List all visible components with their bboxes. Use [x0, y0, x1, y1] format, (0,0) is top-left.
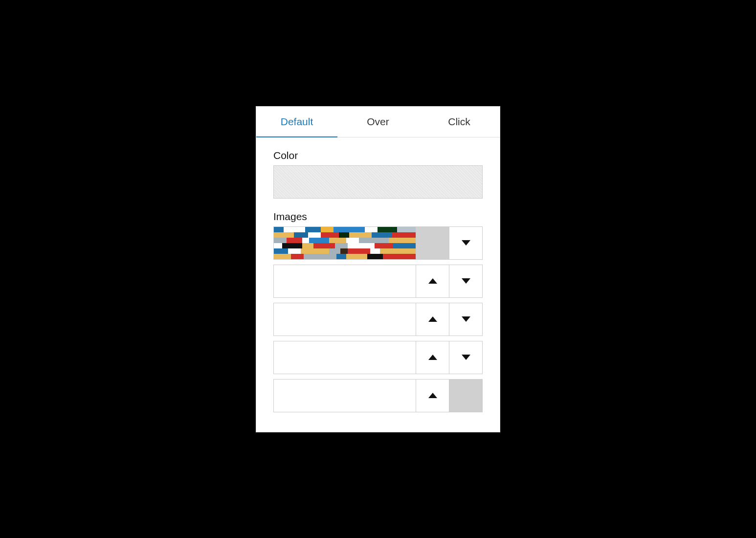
- images-section: Images: [256, 199, 500, 412]
- chevron-down-icon: [462, 316, 470, 322]
- chevron-down-icon: [462, 240, 470, 246]
- state-tabs: Default Over Click: [256, 107, 500, 137]
- color-label: Color: [273, 150, 483, 161]
- image-preview[interactable]: [274, 341, 416, 374]
- image-preview[interactable]: [274, 265, 416, 297]
- chevron-up-icon: [428, 316, 437, 322]
- image-row: [273, 226, 483, 260]
- mosaic-thumbnail-icon: [274, 227, 416, 259]
- tab-over[interactable]: Over: [337, 107, 419, 137]
- move-down-button[interactable]: [449, 341, 482, 374]
- color-section: Color: [256, 137, 500, 199]
- image-upload-button[interactable]: [416, 227, 449, 259]
- images-label: Images: [273, 211, 483, 223]
- color-swatch[interactable]: [273, 165, 483, 199]
- move-down-button[interactable]: [449, 303, 482, 336]
- tab-default[interactable]: Default: [256, 107, 337, 137]
- chevron-down-icon: [462, 278, 470, 284]
- image-row: [273, 303, 483, 336]
- chevron-down-icon: [462, 355, 470, 360]
- image-preview[interactable]: [274, 380, 416, 412]
- settings-panel: Default Over Click Color Images: [256, 106, 500, 432]
- move-down-button[interactable]: [449, 227, 482, 259]
- move-down-button-disabled: [449, 380, 482, 412]
- tab-click[interactable]: Click: [419, 107, 500, 137]
- move-down-button[interactable]: [449, 265, 482, 297]
- move-up-button[interactable]: [416, 341, 449, 374]
- image-preview[interactable]: [274, 303, 416, 336]
- chevron-up-icon: [428, 393, 437, 398]
- chevron-up-icon: [428, 355, 437, 360]
- move-up-button[interactable]: [416, 380, 449, 412]
- image-preview[interactable]: [274, 227, 416, 259]
- image-row: [273, 265, 483, 298]
- image-row: [273, 341, 483, 374]
- chevron-up-icon: [428, 278, 437, 284]
- move-up-button[interactable]: [416, 303, 449, 336]
- image-row: [273, 379, 483, 412]
- move-up-button[interactable]: [416, 265, 449, 297]
